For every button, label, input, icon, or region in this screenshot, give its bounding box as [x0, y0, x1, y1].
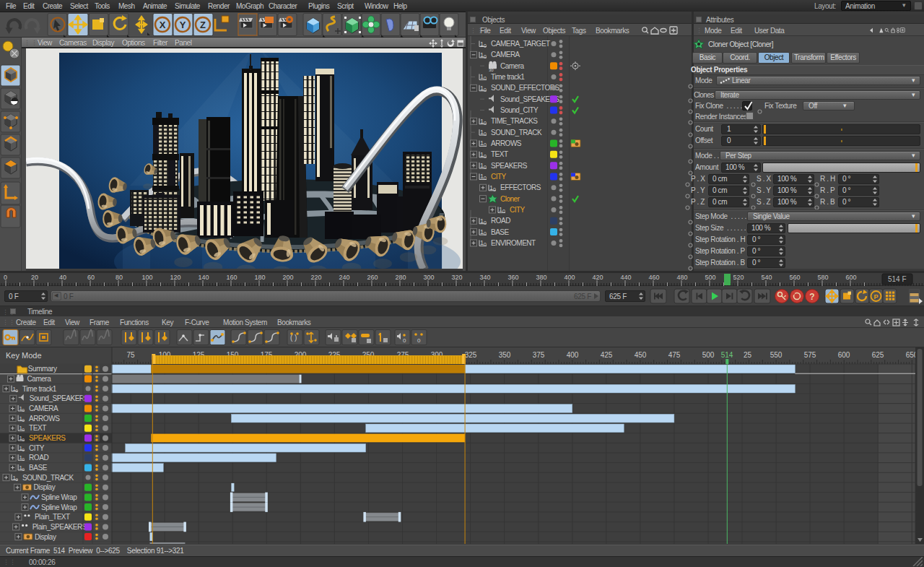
svg-text:350: 350	[499, 351, 511, 359]
svg-text:0: 0	[417, 337, 421, 344]
svg-text:375: 375	[533, 351, 545, 359]
svg-text:ROAD: ROAD	[29, 454, 48, 462]
svg-text:0: 0	[484, 154, 487, 159]
svg-text:Camera: Camera	[27, 375, 52, 383]
svg-text:30: 30	[489, 68, 494, 72]
svg-text:EFFECTORS: EFFECTORS	[500, 183, 541, 191]
svg-text:0: 0	[484, 231, 487, 236]
svg-text:0: 0	[484, 242, 487, 247]
svg-text:325: 325	[465, 351, 477, 359]
svg-text:520: 520	[733, 274, 744, 281]
svg-text:320: 320	[451, 274, 462, 281]
svg-text:BASE: BASE	[29, 464, 48, 472]
svg-text:450: 450	[635, 351, 647, 359]
svg-text:Plain_TEXT: Plain_TEXT	[35, 513, 70, 521]
svg-text:500: 500	[705, 274, 715, 281]
svg-text:SOUND_TRACK: SOUND_TRACK	[491, 129, 542, 137]
svg-text:550: 550	[770, 351, 783, 359]
svg-text:260: 260	[367, 274, 378, 281]
svg-text:Spline Wrap: Spline Wrap	[41, 493, 77, 501]
svg-text:460: 460	[648, 274, 659, 281]
svg-text:200: 200	[282, 274, 293, 281]
svg-text:0: 0	[484, 87, 487, 92]
svg-text:20: 20	[31, 274, 38, 281]
svg-text:ARROWS: ARROWS	[29, 415, 60, 423]
svg-text:25: 25	[744, 351, 752, 359]
svg-text:180: 180	[254, 274, 265, 281]
svg-text:480: 480	[676, 274, 687, 281]
svg-text:540: 540	[761, 274, 772, 281]
svg-text:300: 300	[423, 274, 434, 281]
svg-text:Cloner: Cloner	[500, 195, 520, 203]
svg-text:600: 600	[838, 351, 850, 359]
svg-text:Time track1: Time track1	[491, 73, 525, 81]
svg-text:TEXT: TEXT	[491, 150, 508, 158]
svg-text:0: 0	[502, 209, 505, 214]
svg-text:Camera: Camera	[500, 62, 525, 70]
svg-text:SOUND_TRACK: SOUND_TRACK	[22, 474, 74, 482]
svg-text:Display: Display	[34, 483, 56, 491]
svg-text:340: 340	[479, 274, 490, 281]
svg-text:P: P	[873, 293, 878, 300]
svg-text:CITY: CITY	[29, 444, 45, 452]
svg-text:220: 220	[310, 274, 321, 281]
svg-text:0: 0	[493, 187, 496, 192]
svg-text:380: 380	[536, 274, 546, 281]
svg-text:SOUND_EFFECTORS: SOUND_EFFECTORS	[491, 84, 559, 92]
svg-text:40: 40	[59, 274, 66, 281]
svg-text:Sound_CITY: Sound_CITY	[500, 106, 539, 114]
svg-text:514: 514	[721, 351, 733, 359]
svg-text:514 F: 514 F	[888, 275, 907, 283]
svg-text:475: 475	[668, 351, 681, 359]
svg-text:ROAD: ROAD	[491, 217, 510, 225]
svg-text:0: 0	[484, 220, 487, 225]
svg-text:400: 400	[567, 351, 579, 359]
svg-text:SPEAKERS: SPEAKERS	[29, 434, 66, 442]
svg-text:X: X	[160, 20, 166, 30]
svg-text:TEXT: TEXT	[29, 424, 46, 432]
svg-text:BASE: BASE	[491, 228, 510, 236]
svg-text:575: 575	[804, 351, 816, 359]
svg-text:CAMERA_TARGET: CAMERA_TARGET	[491, 40, 550, 48]
svg-text:CAMERA: CAMERA	[29, 404, 58, 412]
svg-text:580: 580	[817, 274, 828, 281]
svg-text:160: 160	[226, 274, 237, 281]
svg-text:CITY: CITY	[491, 173, 507, 181]
svg-text:Plain_SPEAKERS: Plain_SPEAKERS	[32, 523, 87, 531]
svg-text:360: 360	[507, 274, 518, 281]
svg-text:ENVIROMENT: ENVIROMENT	[491, 239, 536, 247]
svg-text:60: 60	[87, 274, 95, 281]
svg-text:0: 0	[484, 142, 487, 147]
svg-text:400: 400	[564, 274, 575, 281]
svg-text:?: ?	[809, 292, 814, 302]
svg-text:0: 0	[484, 121, 487, 126]
svg-text:0: 0	[4, 274, 7, 281]
svg-text:CITY: CITY	[510, 206, 526, 214]
svg-text:120: 120	[170, 274, 180, 281]
svg-text:0: 0	[484, 131, 487, 137]
svg-text:560: 560	[789, 274, 800, 281]
svg-text:Sound_SPEAKERS: Sound_SPEAKERS	[30, 394, 90, 402]
svg-text:100: 100	[141, 274, 152, 281]
svg-text:80: 80	[116, 274, 123, 281]
svg-text:SPEAKERS: SPEAKERS	[491, 162, 528, 170]
svg-text:240: 240	[339, 274, 349, 281]
svg-text:140: 140	[198, 274, 209, 281]
svg-text:Spline Wrap: Spline Wrap	[41, 503, 77, 511]
svg-text:Summary: Summary	[28, 365, 57, 373]
svg-text:0: 0	[484, 76, 487, 81]
svg-text:0: 0	[484, 54, 487, 59]
svg-text:0: 0	[403, 337, 406, 344]
svg-text:0: 0	[484, 43, 487, 48]
svg-text:Z: Z	[200, 20, 206, 30]
svg-text:500: 500	[702, 351, 715, 359]
svg-text:425: 425	[601, 351, 613, 359]
svg-text:75: 75	[126, 351, 135, 359]
svg-text:420: 420	[592, 274, 603, 281]
svg-text:TIME_TRACKS: TIME_TRACKS	[491, 117, 538, 125]
svg-text:625: 625	[872, 351, 884, 359]
svg-text:Y: Y	[180, 20, 186, 30]
svg-text:280: 280	[395, 274, 406, 281]
svg-text:ARROWS: ARROWS	[491, 139, 522, 147]
svg-text:600: 600	[845, 274, 856, 281]
